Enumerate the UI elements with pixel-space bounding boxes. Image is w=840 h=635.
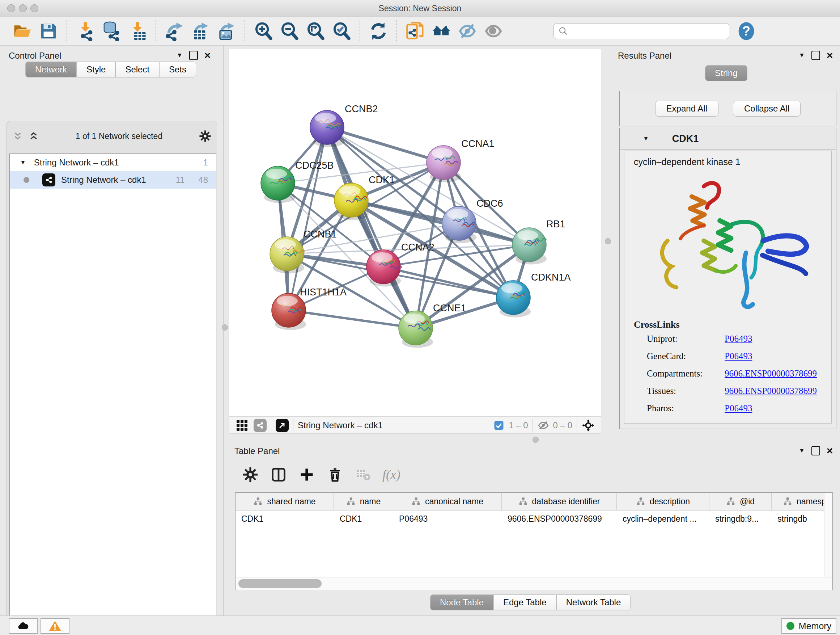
add-column-icon[interactable] <box>297 465 316 484</box>
table-horizontal-scrollbar[interactable] <box>235 577 832 590</box>
panel-close-icon[interactable]: × <box>827 52 833 59</box>
table-vertical-scrollbar[interactable] <box>824 493 832 590</box>
crosslink-link[interactable]: P06493 <box>725 334 752 344</box>
tab-network[interactable]: Network <box>25 62 77 78</box>
expand-all-icon[interactable] <box>28 131 39 141</box>
export-table-icon[interactable] <box>190 21 211 42</box>
crosslink-link[interactable]: 9606.ENSP00000378699 <box>725 386 817 396</box>
status-bar: Memory <box>0 616 840 635</box>
results-tab-string[interactable]: String <box>705 65 747 81</box>
open-session-icon[interactable] <box>12 21 33 42</box>
panel-float-icon[interactable] <box>812 51 820 60</box>
network-node-CCNA1[interactable]: CCNA1 <box>426 138 494 182</box>
column-header-database-identifier[interactable]: database identifier <box>502 493 617 510</box>
panel-float-icon[interactable] <box>812 446 820 455</box>
tab-sets[interactable]: Sets <box>159 62 196 78</box>
column-header-shared-name[interactable]: shared name <box>235 493 334 510</box>
toolbar-separator <box>576 419 577 432</box>
network-node-HIST1H1A[interactable]: HIST1H1A <box>272 287 347 330</box>
splitter-handle[interactable] <box>222 325 228 331</box>
network-node-CDC25B[interactable]: CDC25B <box>261 160 334 203</box>
import-table-icon[interactable] <box>127 21 148 42</box>
network-edge-HIST1H1A-CCNE1[interactable] <box>289 310 416 328</box>
column-header-namespace[interactable]: namespace <box>772 493 833 510</box>
column-header--id[interactable]: @id <box>709 493 772 510</box>
warning-button[interactable] <box>41 618 69 634</box>
panel-close-icon[interactable]: × <box>827 447 833 454</box>
column-header-description[interactable]: description <box>617 493 709 510</box>
results-gene-panel: ▼ CDK1 cyclin–dependent kinase 1 <box>619 128 836 429</box>
zoom-selected-icon[interactable] <box>331 21 352 42</box>
network-share-icon[interactable] <box>254 419 267 432</box>
panel-menu-icon[interactable]: ▼ <box>799 447 805 454</box>
delete-column-icon[interactable] <box>325 465 344 484</box>
collapse-all-button[interactable]: Collapse All <box>733 101 801 117</box>
memory-button[interactable]: Memory <box>782 618 836 634</box>
column-header-canonical-name[interactable]: canonical name <box>393 493 502 510</box>
toolbar-separator <box>245 20 245 42</box>
panel-float-icon[interactable] <box>189 51 198 60</box>
network-edge-CCNB2-HIST1H1A[interactable] <box>289 127 327 310</box>
network-node-CCNE1[interactable]: CCNE1 <box>399 302 466 348</box>
refresh-icon[interactable] <box>368 21 389 42</box>
tab-node-table[interactable]: Node Table <box>430 594 493 610</box>
tab-select[interactable]: Select <box>115 62 159 78</box>
tab-edge-table[interactable]: Edge Table <box>493 594 556 610</box>
network-edge-CCNB2-CCNA1[interactable] <box>327 127 444 163</box>
collapse-all-icon[interactable] <box>12 131 23 141</box>
zoom-out-icon[interactable] <box>279 21 300 42</box>
collapse-triangle-icon[interactable]: ▼ <box>20 159 26 166</box>
search-input[interactable] <box>568 26 722 36</box>
node-label-CDC25B: CDC25B <box>295 160 334 171</box>
export-image-icon[interactable] <box>216 21 237 42</box>
panel-menu-icon[interactable]: ▼ <box>177 52 183 59</box>
open-in-browser-icon[interactable] <box>276 419 289 432</box>
scrollbar-thumb[interactable] <box>238 579 322 588</box>
expand-all-button[interactable]: Expand All <box>655 101 718 117</box>
crosslink-link[interactable]: P06493 <box>725 403 752 413</box>
export-network-icon[interactable] <box>164 21 185 42</box>
zoom-in-icon[interactable] <box>253 21 274 42</box>
hide-panels-icon[interactable] <box>457 21 478 42</box>
table-options-gear-icon[interactable] <box>241 465 260 484</box>
network-row[interactable]: String Network – cdk1 11 48 <box>10 171 216 188</box>
crosslink-link[interactable]: P06493 <box>725 351 752 361</box>
show-panels-icon[interactable] <box>483 21 504 42</box>
tab-network-table[interactable]: Network Table <box>556 594 631 610</box>
network-node-CCNB1[interactable]: CCNB1 <box>270 229 337 274</box>
network-collection-row[interactable]: ▼ String Network – cdk1 1 <box>10 154 216 171</box>
network-canvas[interactable]: CCNB2CCNA1CDC25BCDK1CDC6RB1CCNB1CCNA2CDK… <box>229 49 601 416</box>
hidden-eye-icon[interactable] <box>537 419 549 432</box>
table-row[interactable]: CDK1CDK1P064939606.ENSP00000378699cyclin… <box>235 510 832 527</box>
crosslink-row: Uniprot:P06493 <box>647 334 831 344</box>
panel-menu-icon[interactable]: ▼ <box>799 52 805 59</box>
import-network-from-database-icon[interactable] <box>101 21 122 42</box>
cloud-button[interactable] <box>9 618 38 634</box>
search-box[interactable] <box>554 23 729 39</box>
fit-content-crosshair-icon[interactable] <box>581 418 595 432</box>
network-node-RB1[interactable]: RB1 <box>512 219 565 264</box>
collapse-triangle-icon[interactable]: ▼ <box>643 135 649 142</box>
column-header-name[interactable]: name <box>334 493 393 510</box>
crosslink-label: Pharos: <box>647 403 725 413</box>
network-edge-CCNB2-CCNE1[interactable] <box>327 127 416 328</box>
crosslink-row: GeneCard:P06493 <box>647 351 831 361</box>
tab-style[interactable]: Style <box>77 62 115 78</box>
import-network-icon[interactable] <box>75 21 96 42</box>
panel-close-icon[interactable]: × <box>204 52 211 59</box>
grid-view-icon[interactable] <box>235 419 248 432</box>
zoom-fit-icon[interactable] <box>305 21 326 42</box>
save-session-icon[interactable] <box>38 21 59 42</box>
home-icon[interactable] <box>431 21 452 42</box>
splitter-handle[interactable] <box>532 437 538 443</box>
network-options-gear-icon[interactable] <box>199 130 211 142</box>
gene-header-row[interactable]: ▼ CDK1 <box>620 128 836 149</box>
clone-network-view-icon[interactable] <box>405 21 426 42</box>
show-columns-icon[interactable] <box>269 465 288 484</box>
network-node-CDKN1A[interactable]: CDKN1A <box>496 272 571 318</box>
selected-checkbox-icon[interactable] <box>493 420 504 431</box>
network-canvas-container: CCNB2CCNA1CDC25BCDK1CDC6RB1CCNB1CCNA2CDK… <box>229 48 601 417</box>
toolbar-separator <box>293 419 294 432</box>
help-icon[interactable]: ? <box>736 21 757 42</box>
crosslink-link[interactable]: 9606.ENSP00000378699 <box>725 369 817 379</box>
